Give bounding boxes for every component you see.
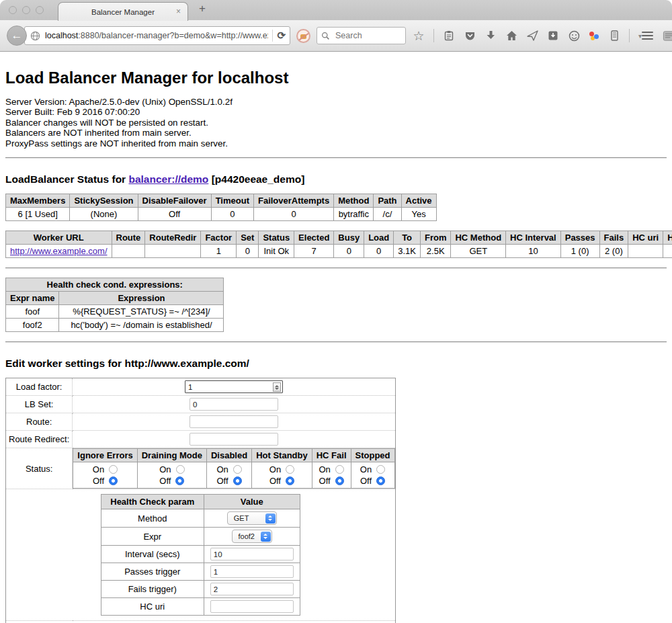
cell-active: Yes: [401, 208, 436, 221]
stopped-off-radio[interactable]: [376, 476, 385, 485]
off-label: Off: [159, 475, 171, 487]
expr-cell: foof2: [204, 528, 300, 546]
off-label: Off: [217, 475, 228, 487]
ignore-errors-on-radio[interactable]: [109, 465, 118, 474]
header-cell: Factor: [201, 231, 237, 245]
status-radio-row: On Off On Off On Off: [73, 462, 394, 489]
load-factor-input[interactable]: [185, 380, 283, 393]
pocket-icon[interactable]: [464, 30, 476, 42]
header-cell: Disabled: [206, 449, 251, 462]
balancer-status-table: MaxMembers StickySession DisableFailover…: [5, 194, 437, 221]
worker-table: Worker URL Route RouteRedir Factor Set S…: [5, 231, 672, 258]
fails-input[interactable]: [210, 583, 294, 595]
send-icon[interactable]: [526, 30, 538, 42]
feedback-smiley-icon[interactable]: [568, 30, 580, 42]
expr-row: foof %{REQUEST_STATUS} =~ /^[234]/: [6, 305, 224, 319]
status-label: Status:: [6, 448, 73, 489]
content-blocker-icon[interactable]: [296, 29, 310, 43]
header-cell: Worker URL: [6, 231, 112, 245]
save-to-device-icon[interactable]: [547, 30, 559, 42]
status-cell: Ignore Errors Draining Mode Disabled Hot…: [73, 448, 395, 489]
balancer-demo-link[interactable]: balancer://demo: [128, 173, 208, 185]
number-stepper-icon[interactable]: [273, 382, 281, 392]
keyboard-grid-icon[interactable]: [663, 30, 672, 42]
hot-standby-on-radio[interactable]: [286, 465, 294, 474]
route-input[interactable]: [190, 415, 278, 428]
hot-standby-off-radio[interactable]: [286, 476, 294, 485]
cell-hc-expr: foof2: [663, 245, 672, 258]
method-select-value: GET: [234, 514, 249, 522]
table-header-row: Worker URL Route RouteRedir Factor Set S…: [6, 231, 672, 245]
lb-set-input[interactable]: [190, 398, 278, 411]
close-window-button[interactable]: [9, 6, 17, 14]
off-label: Off: [269, 475, 281, 487]
toolbar-divider: [433, 29, 434, 42]
reading-list-icon[interactable]: [443, 30, 455, 42]
search-bar[interactable]: [317, 27, 406, 44]
extension-dots-icon[interactable]: [589, 30, 599, 41]
form-row-submit: Submit: [6, 621, 396, 623]
divider: [5, 341, 667, 343]
header-cell: Stopped: [351, 449, 394, 462]
header-cell: Active: [401, 194, 436, 208]
back-button[interactable]: ←: [7, 26, 27, 46]
home-icon[interactable]: [505, 30, 517, 42]
passes-label: Passes trigger: [101, 563, 204, 581]
method-select[interactable]: GET: [227, 511, 277, 525]
minimize-window-button[interactable]: [22, 6, 30, 14]
interval-input[interactable]: [210, 548, 294, 560]
on-label: On: [159, 464, 171, 475]
menu-icon[interactable]: [642, 32, 653, 40]
url-text[interactable]: localhost:8880/balancer-manager?b=demo&w…: [45, 31, 268, 40]
header-cell: HC Method: [451, 231, 506, 245]
status-hot-standby-cell: On Off: [252, 462, 312, 489]
stopped-on-radio[interactable]: [376, 465, 385, 474]
download-icon[interactable]: [485, 30, 497, 42]
inherit-note-line: Balancers are NOT inherited from main se…: [5, 128, 667, 138]
zoom-window-button[interactable]: [36, 6, 44, 14]
passes-input[interactable]: [210, 565, 294, 578]
off-label: Off: [93, 475, 104, 487]
tab-title: Balancer Manager: [91, 8, 155, 16]
tab-close-icon[interactable]: ×: [176, 7, 181, 16]
hc-uri-input[interactable]: [210, 600, 294, 613]
on-label: On: [360, 464, 372, 475]
header-cell: HC Fail: [312, 449, 351, 462]
reload-icon[interactable]: ⟳: [277, 30, 286, 42]
url-domain: localhost: [45, 31, 78, 40]
draining-off-radio[interactable]: [175, 476, 184, 485]
header-cell: Method: [334, 194, 374, 208]
heading-prefix: LoadBalancer Status for: [5, 173, 128, 185]
disabled-off-radio[interactable]: [233, 476, 242, 485]
route-redirect-input[interactable]: [190, 433, 278, 446]
hc-fail-off-radio[interactable]: [335, 476, 344, 485]
route-label: Route:: [6, 413, 73, 431]
form-row-lb-set: LB Set:: [6, 396, 396, 413]
draining-on-radio[interactable]: [176, 465, 185, 474]
method-label: Method: [101, 509, 204, 528]
device-battery-icon[interactable]: [608, 30, 620, 42]
expr-select[interactable]: foof2: [232, 530, 272, 543]
worker-url-link[interactable]: http://www.example.com/: [10, 246, 108, 256]
lb-set-cell: [73, 396, 395, 413]
interval-cell: [204, 546, 300, 563]
server-version-line: Server Version: Apache/2.5.0-dev (Unix) …: [5, 97, 667, 107]
header-cell: Path: [374, 194, 401, 208]
tab-balancer-manager[interactable]: Balancer Manager ×: [58, 2, 188, 21]
interval-label: Interval (secs): [101, 546, 204, 563]
url-bar[interactable]: localhost:8880/balancer-manager?b=demo&w…: [24, 26, 290, 45]
cell-factor: 1: [201, 245, 237, 258]
cell-failoverattempts: 0: [253, 208, 333, 221]
hc-fail-on-radio[interactable]: [335, 465, 344, 474]
search-input[interactable]: [334, 30, 397, 41]
header-cell: HC Expr: [663, 231, 672, 245]
navigation-toolbar: ← localhost:8880/balancer-manager?b=demo…: [0, 20, 672, 52]
bookmark-star-icon[interactable]: ☆: [413, 30, 425, 42]
status-disabled-cell: On Off: [206, 462, 251, 489]
header-cell: Ignore Errors: [73, 449, 137, 462]
route-redirect-label: Route Redirect:: [6, 431, 73, 448]
disabled-on-radio[interactable]: [233, 465, 242, 474]
new-tab-button[interactable]: +: [199, 2, 206, 15]
expr-row: foof2 hc('body') =~ /domain is establish…: [6, 319, 224, 332]
ignore-errors-off-radio[interactable]: [109, 476, 118, 485]
